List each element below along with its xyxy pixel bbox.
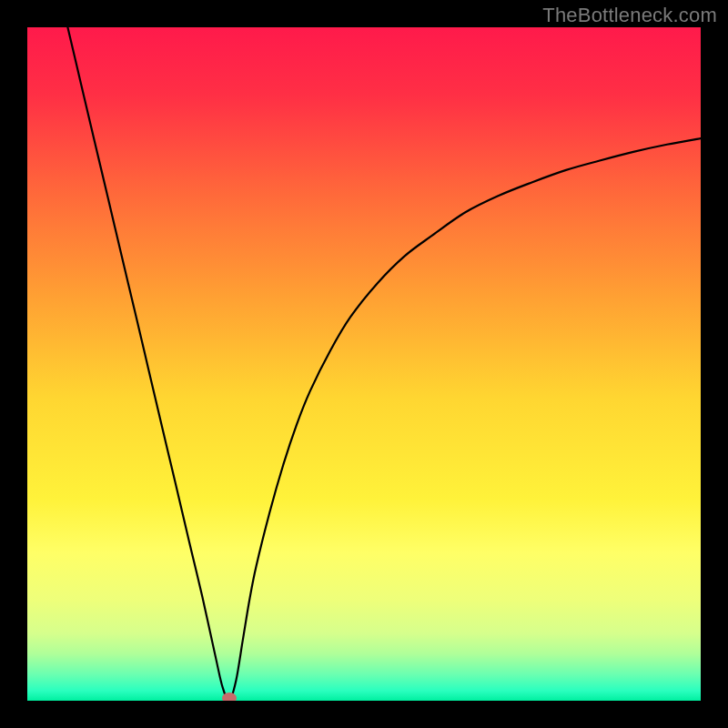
plot-area bbox=[27, 27, 701, 701]
watermark-label: TheBottleneck.com bbox=[542, 4, 717, 27]
gradient-background bbox=[27, 27, 701, 701]
chart-frame: TheBottleneck.com bbox=[0, 0, 728, 728]
bottleneck-chart bbox=[27, 27, 701, 701]
